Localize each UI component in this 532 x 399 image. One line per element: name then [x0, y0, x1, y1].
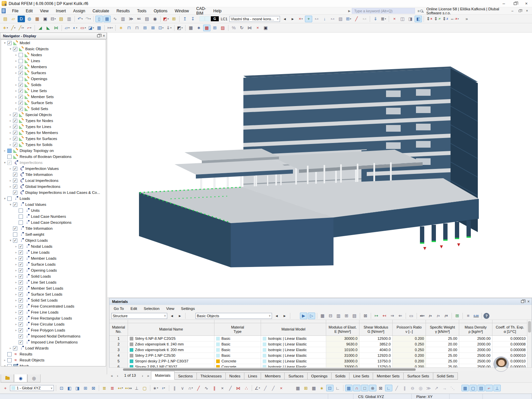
new-solid-load-icon[interactable]: ⊠ [149, 25, 157, 31]
select-pin-icon[interactable]: ⊥ [493, 385, 501, 391]
tree-checkbox[interactable]: ✓ [19, 322, 23, 327]
tree-expander-icon[interactable]: ▸ [8, 113, 13, 116]
materials-menu-selection[interactable]: Selection [141, 305, 162, 312]
helper-1-icon[interactable]: ╱ [262, 385, 269, 391]
import-model-icon[interactable]: ▦ [34, 16, 41, 22]
console-window-icon[interactable]: ≫ [127, 16, 135, 22]
ortho-corner-icon[interactable]: ∟ [334, 385, 341, 391]
fx-global-icon[interactable]: ƒX [443, 313, 450, 319]
tree-checkbox[interactable]: ✓ [13, 143, 17, 147]
import-excel-icon[interactable]: ↤ [381, 313, 388, 319]
tree-item-surface-loads[interactable]: ▸✓↓Surface Loads [1, 261, 106, 267]
materials-menu-settings[interactable]: Settings [178, 305, 198, 312]
search-expander-icon[interactable]: ▶ [348, 9, 350, 13]
tree-item-member-set-loads[interactable]: ▸✓↓Member Set Loads [1, 285, 106, 291]
tree-checkbox[interactable]: ✓ [19, 71, 23, 75]
snap-arrows-icon[interactable]: ≫ [425, 385, 432, 391]
guide-lines-icon[interactable]: ∥ [171, 385, 178, 391]
user-avatar[interactable] [493, 356, 509, 372]
tree-checkbox[interactable] [19, 214, 23, 219]
new-member-set-icon[interactable]: ◣ [45, 25, 52, 31]
mirror-tool-icon[interactable]: ⋈ [246, 25, 253, 31]
tree-item-result-objects[interactable]: ▸≈Result Objects [1, 357, 106, 363]
tree-item-imposed-nodal-deformations[interactable]: ✓↓Imposed Nodal Deformations [1, 333, 106, 339]
menu-options[interactable]: Options [150, 7, 171, 15]
panel-window-icon[interactable]: ▥ [119, 16, 127, 22]
tree-checkbox[interactable] [19, 208, 23, 213]
tree-expander-icon[interactable]: ▸ [14, 263, 19, 266]
offset-tool-icon[interactable]: ╱ [227, 385, 234, 391]
tree-checkbox[interactable]: ✓ [19, 65, 23, 69]
tree-item-load-wizards[interactable]: ▸✓↓Load Wizards [1, 345, 106, 351]
table-view-icon[interactable]: ▦ [319, 313, 326, 319]
tree-item-line-loads[interactable]: ▸✓↓Line Loads [1, 249, 106, 255]
tree-expander-icon[interactable]: ▸ [14, 53, 19, 57]
undefined-icon[interactable] [187, 313, 195, 319]
tree-checkbox[interactable] [19, 77, 23, 81]
script-console-icon[interactable]: SC [135, 16, 143, 22]
decimal-places-icon[interactable]: 0.00 [472, 313, 480, 319]
tree-checkbox[interactable]: ✓ [19, 83, 23, 87]
new-point-tool-icon[interactable]: ∗▾ [152, 385, 159, 391]
delete-tool-icon[interactable]: × [254, 25, 261, 31]
percent-snap-icon[interactable]: % [230, 25, 237, 31]
tree-checkbox[interactable]: ✓ [13, 238, 17, 243]
materials-close-icon[interactable]: × [527, 299, 530, 304]
tree-expander-icon[interactable]: ▸ [8, 125, 13, 128]
view-box-3-icon[interactable]: ◧ [415, 16, 422, 22]
snap-dir2-icon[interactable]: → [441, 385, 448, 391]
snap-xx-icon[interactable]: ↤xx [125, 385, 132, 391]
tree-checkbox[interactable]: ✓ [13, 131, 17, 135]
menu-insert[interactable]: Insert [52, 7, 69, 15]
column-header[interactable]: Shear ModulusG [N/mm²] [359, 323, 393, 336]
tree-checkbox[interactable]: ✓ [13, 346, 17, 350]
new-member-load-icon[interactable]: ⊓ [133, 25, 141, 31]
tree-expander-icon[interactable]: ▾ [2, 41, 7, 45]
tree-item-title-information[interactable]: ✓ςTitle Information [1, 172, 106, 178]
tree-checkbox[interactable]: ✓ [19, 340, 23, 344]
new-line-type-icon[interactable]: ╱I▾ [18, 25, 25, 31]
table-selection-icon[interactable]: ⊞▾ [345, 16, 352, 22]
section-plane-icon[interactable]: ◩▾ [176, 25, 184, 31]
arc-tool-icon[interactable]: ∩▾ [187, 385, 194, 391]
tree-item-results[interactable]: ≈Results [1, 351, 106, 357]
tree-item-solid-loads[interactable]: ▸✓↓Solid Loads [1, 273, 106, 279]
tree-checkbox[interactable] [7, 155, 12, 159]
next-load-case-icon[interactable]: ▸ [289, 16, 296, 22]
tree-item-free-polygon-loads[interactable]: ▸✓↓Free Polygon Loads [1, 327, 106, 333]
tree-expander-icon[interactable]: ▾ [2, 364, 7, 366]
snap-grid-icon[interactable]: ▦ [345, 385, 352, 391]
delete-mesh-icon[interactable]: ▨ [219, 25, 226, 31]
tree-checkbox[interactable]: ✓ [13, 179, 17, 183]
export-excel-icon[interactable]: ↦ [373, 313, 380, 319]
view-in-z-icon[interactable]: ⇕Z [442, 16, 449, 22]
tree-checkbox[interactable]: ✓ [13, 226, 17, 231]
navigator-tab-display[interactable]: ◉ [14, 374, 27, 382]
undo-icon[interactable]: ↶▾ [76, 16, 84, 22]
tree-item-object-loads[interactable]: ▾✓↓Object Loads [1, 237, 106, 243]
select-box-icon[interactable]: ▢ [469, 385, 477, 391]
show-load-values-icon[interactable]: x.x [313, 16, 320, 22]
restore-button[interactable] [509, 0, 521, 7]
tree-item-solid-sets[interactable]: ▸✓Solid Sets [1, 106, 106, 112]
coordinate-system-icon[interactable]: + [2, 385, 9, 391]
tree-checkbox[interactable]: ✓ [13, 137, 17, 141]
tree-expander-icon[interactable]: ▸ [14, 95, 19, 98]
tree-expander-icon[interactable]: ▸ [14, 275, 19, 278]
tree-item-units[interactable]: ↓Units [1, 207, 106, 213]
edit-box-4-icon[interactable]: ⊞ [82, 385, 89, 391]
tree-item-member-loads[interactable]: ▸✓↓Member Loads [1, 255, 106, 261]
menu-help[interactable]: Help [210, 7, 225, 15]
new-solid-icon[interactable]: ▦ [95, 25, 103, 31]
tree-checkbox[interactable]: ✓ [7, 161, 12, 165]
minimize-button[interactable]: – [498, 0, 509, 7]
tree-checkbox[interactable] [13, 232, 17, 237]
new-line-icon[interactable]: ╱▾ [10, 25, 17, 31]
tree-expander-icon[interactable]: ▸ [14, 71, 19, 74]
open-model-icon[interactable]: ▱ [10, 16, 17, 22]
search-icon[interactable]: ≡ [418, 9, 423, 13]
navigator-close-icon[interactable]: × [103, 34, 105, 38]
tree-checkbox[interactable] [19, 53, 23, 57]
table-rows-icon[interactable]: ▤ [351, 313, 358, 319]
table-tab-member-sets[interactable]: Member Sets [373, 372, 403, 380]
